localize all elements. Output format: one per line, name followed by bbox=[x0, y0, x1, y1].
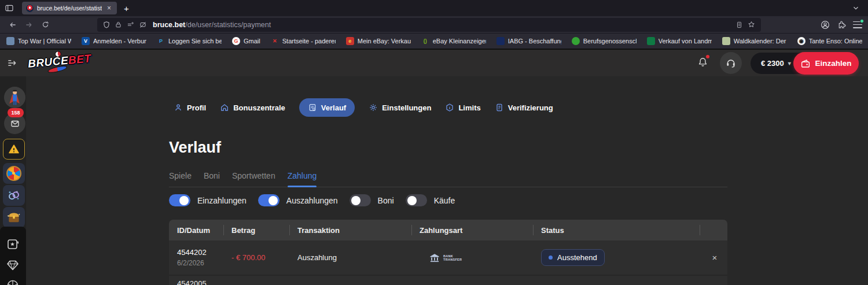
bookmark-favicon bbox=[647, 37, 655, 45]
back-button[interactable] bbox=[5, 18, 21, 32]
bookmark-label: Waldkalender: Der ... bbox=[734, 38, 787, 45]
user-avatar[interactable] bbox=[4, 87, 25, 108]
blocked-permission-icon[interactable] bbox=[139, 21, 147, 29]
permissions-icon[interactable] bbox=[126, 21, 135, 28]
tracking-shield-icon[interactable] bbox=[102, 21, 111, 29]
status-badge: Ausstehend bbox=[541, 249, 605, 266]
forward-button[interactable] bbox=[21, 18, 37, 32]
tab-profil[interactable]: Profil bbox=[174, 98, 206, 117]
toggle-einzahlungen[interactable] bbox=[169, 194, 190, 206]
tab-limits[interactable]: Limits bbox=[445, 98, 480, 117]
bell-unread-dot bbox=[706, 55, 709, 58]
transaction-id: 4544202 bbox=[177, 248, 223, 257]
col-status: Status bbox=[533, 220, 700, 240]
col-betrag: Betrag bbox=[223, 220, 289, 240]
bookmark-item[interactable]: VAnmelden - Verbun... bbox=[76, 35, 152, 47]
tab-einstellungen[interactable]: Einstellungen bbox=[369, 98, 431, 117]
bookmark-item[interactable]: ✕Startseite - paderen... bbox=[266, 35, 341, 47]
bookmark-item[interactable]: PLoggen Sie sich bei ... bbox=[152, 35, 227, 47]
bookmark-item[interactable]: GGmail bbox=[227, 35, 266, 47]
cell-transaction-type: Auszahlung bbox=[289, 253, 411, 262]
left-sidebar: 158 bbox=[0, 76, 26, 285]
sidebar-item-alerts[interactable] bbox=[3, 139, 25, 160]
url-toolbar: bruce.bet/de/user/statistics/payment bbox=[0, 16, 868, 34]
bookmark-label: Berufsgenossensch... bbox=[583, 38, 637, 45]
account-icon[interactable] bbox=[820, 20, 830, 30]
tab-bonuszentrale[interactable]: Bonuszentrale bbox=[220, 98, 285, 117]
bookmark-item[interactable]: Verkauf von Landm... bbox=[642, 35, 717, 47]
bookmark-item[interactable]: ◉Tante Enso: Online-... bbox=[792, 35, 867, 47]
sidebar-item-wheel[interactable] bbox=[3, 163, 25, 184]
bank-transfer-icon bbox=[429, 252, 440, 264]
reload-button[interactable] bbox=[37, 18, 53, 32]
list-tabs-chevron-icon[interactable] bbox=[852, 4, 860, 12]
col-id-datum: ID/Datum bbox=[169, 220, 223, 240]
deposit-button[interactable]: Einzahlen bbox=[793, 52, 859, 75]
extensions-puzzle-icon[interactable] bbox=[837, 20, 847, 29]
deposit-label: Einzahlen bbox=[815, 59, 851, 68]
bookmark-label: Loggen Sie sich bei ... bbox=[168, 38, 222, 45]
support-headset-button[interactable] bbox=[720, 52, 742, 74]
brucebet-logo[interactable]: BRUCEBET bbox=[27, 52, 91, 70]
tab-verlauf[interactable]: Verlauf bbox=[299, 98, 355, 117]
reader-view-icon[interactable] bbox=[735, 21, 743, 29]
firefox-view-icon[interactable] bbox=[5, 3, 14, 13]
bookmark-favicon bbox=[6, 37, 14, 45]
new-tab-button[interactable]: + bbox=[124, 3, 129, 13]
cell-id-datum: 4544202 6/2/2026 bbox=[169, 248, 223, 267]
menu-hamburger-icon[interactable] bbox=[853, 21, 862, 28]
filter-label: Einzahlungen bbox=[197, 196, 247, 205]
tab-verifizierung[interactable]: Verifizierung bbox=[495, 98, 553, 117]
sidebar-item-vip[interactable] bbox=[6, 258, 20, 272]
toggle-auszahlungen[interactable] bbox=[258, 194, 279, 206]
favicon-glyph: P bbox=[159, 37, 163, 45]
filter-label: Auszahlungen bbox=[286, 196, 338, 205]
toggle-boni[interactable] bbox=[350, 194, 371, 206]
subtab-spiele[interactable]: Spiele bbox=[169, 171, 192, 180]
bookmark-item[interactable]: ()eBay Kleinanzeigen ... bbox=[416, 35, 491, 47]
cancel-transaction-icon[interactable]: × bbox=[700, 253, 727, 262]
favicon-glyph: G bbox=[234, 37, 238, 45]
toggle-kaeufe[interactable] bbox=[406, 194, 427, 206]
status-text: Ausstehend bbox=[557, 253, 597, 262]
toggle-knob bbox=[269, 196, 278, 205]
subtab-zahlung[interactable]: Zahlung bbox=[288, 171, 317, 180]
sidebar-item-treasure[interactable] bbox=[3, 207, 25, 228]
transaction-id: 4542005 bbox=[177, 276, 223, 285]
bookmark-star-icon[interactable] bbox=[747, 20, 756, 29]
payment-method-label: BANK TRANSFER bbox=[443, 254, 462, 261]
bookmarks-bar: Top War | Official W... VAnmelden - Verb… bbox=[0, 34, 868, 50]
history-doc-icon bbox=[308, 103, 317, 112]
bookmark-item[interactable]: Top War | Official W... bbox=[1, 35, 76, 47]
address-bar[interactable]: bruce.bet/de/user/statistics/payment bbox=[97, 18, 761, 32]
sidebar-item-promotions[interactable] bbox=[3, 185, 25, 206]
bookmark-item[interactable]: IABG - Beschaffung... bbox=[491, 35, 567, 47]
sidebar-item-sport[interactable] bbox=[6, 279, 20, 285]
tab-label: Einstellungen bbox=[382, 103, 431, 112]
tab-label: Verlauf bbox=[321, 103, 346, 112]
browser-tab[interactable]: bruce.bet/de/user/statistics/pay × bbox=[22, 2, 117, 14]
bookmark-label: Startseite - paderen... bbox=[282, 38, 336, 45]
notifications-bell-icon[interactable] bbox=[697, 55, 709, 69]
subtab-sportwetten[interactable]: Sportwetten bbox=[232, 171, 275, 180]
balance-amount: € 2300 bbox=[761, 59, 784, 68]
bookmark-item[interactable]: Waldkalender: Der ... bbox=[717, 35, 792, 47]
main-area: Profil Bonuszentrale Verlauf Einstellung… bbox=[26, 76, 868, 285]
bookmark-favicon: () bbox=[421, 37, 429, 45]
lock-icon[interactable] bbox=[115, 21, 122, 28]
bookmark-label: Mein eBay: Verkauft bbox=[358, 38, 411, 45]
sidebar-expand-icon[interactable] bbox=[6, 57, 18, 69]
gear-icon bbox=[369, 103, 378, 112]
filter-boni: Boni bbox=[350, 194, 394, 206]
toggle-knob bbox=[179, 196, 189, 205]
bookmark-item[interactable]: eMein eBay: Verkauft bbox=[341, 35, 416, 47]
favicon-glyph: ✕ bbox=[273, 37, 277, 45]
cell-payment-method: BANK TRANSFER bbox=[411, 252, 533, 264]
sidebar-item-casino[interactable] bbox=[6, 237, 20, 251]
bookmark-item[interactable]: Berufsgenossensch... bbox=[567, 35, 642, 47]
toggle-knob bbox=[407, 196, 417, 205]
fortune-wheel-icon bbox=[6, 166, 21, 181]
tab-close-icon[interactable]: × bbox=[105, 4, 113, 12]
bookmark-label: Tante Enso: Online-... bbox=[809, 38, 862, 45]
subtab-boni[interactable]: Boni bbox=[204, 171, 220, 180]
